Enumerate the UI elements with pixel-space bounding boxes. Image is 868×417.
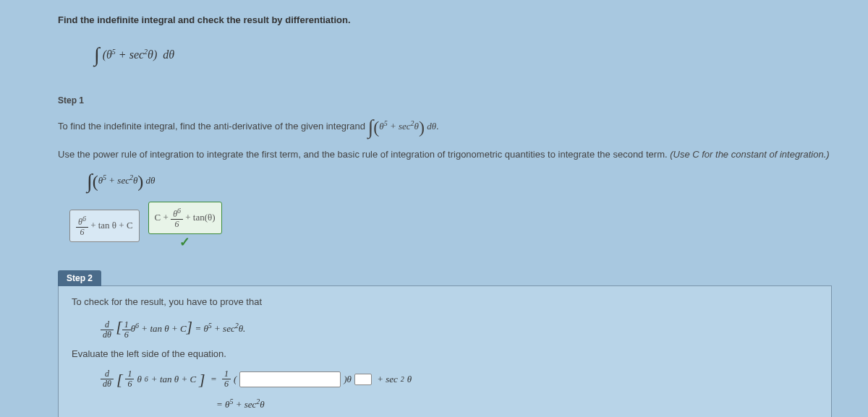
step2-line2: Evaluate the left side of the equation. <box>72 348 818 359</box>
blank-input-1[interactable] <box>239 371 341 387</box>
question-prompt: Find the indefinite integral and check t… <box>58 14 832 25</box>
correct-answer-box: C + θ66 + tan(θ) <box>148 202 222 234</box>
blank-input-exp[interactable] <box>354 374 372 385</box>
step2-line1: To check for the result, you have to pro… <box>72 296 818 307</box>
step1-label: Step 1 <box>58 95 832 106</box>
step1-integral-line: ∫(θ5 + sec2θ) dθ <box>87 170 832 193</box>
check-icon: ✓ <box>179 234 190 250</box>
step1-sentence2: Use the power rule of integration to int… <box>58 149 832 160</box>
main-integral: ∫ (θ5 + sec2θ) dθ <box>94 43 832 66</box>
step1-sentence1: To find the indefinite integral, find th… <box>58 116 832 139</box>
step2-eval-line: ddθ [16θ6 + tan θ + C] = 16 ()θ + sec2θ <box>101 369 818 389</box>
step2-box: To check for the result, you have to pro… <box>58 285 832 417</box>
student-answer-box[interactable]: θ66 + tan θ + C <box>69 210 140 242</box>
step1-answer-row: θ66 + tan θ + C C + θ66 + tan(θ) ✓ <box>69 202 832 250</box>
step2-prove-eq: ddθ [16θ6 + tan θ + C] = θ5 + sec2θ. <box>101 317 818 340</box>
step2-tab: Step 2 <box>58 270 101 286</box>
step2-result-line: = θ5 + sec2θ <box>216 397 818 410</box>
